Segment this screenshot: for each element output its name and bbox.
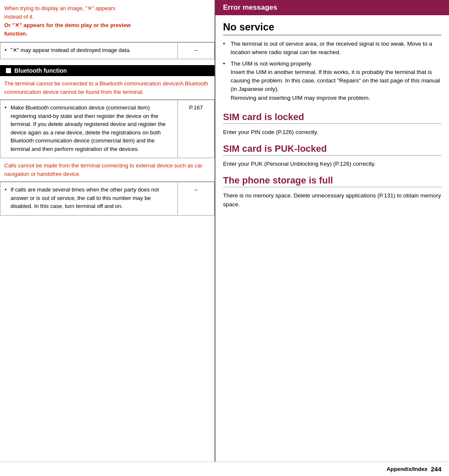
phone-storage-full-desc: There is no memory space. Delete unneces… bbox=[215, 190, 449, 213]
table-cell-ref: – bbox=[178, 42, 215, 59]
section-phone-storage-full: The phone storage is full There is no me… bbox=[215, 172, 449, 213]
table-row: "✕" may appear instead of destroyed imag… bbox=[0, 42, 215, 59]
no-service-bullet-1: The terminal is out of service area, or … bbox=[223, 40, 441, 57]
table-cell-item: Make Bluetooth communication device (com… bbox=[5, 104, 173, 153]
bluetooth-heading-label: Bluetooth function bbox=[14, 67, 67, 74]
top-table: "✕" may appear instead of destroyed imag… bbox=[0, 42, 215, 60]
table-row: If calls are made several times when the… bbox=[0, 182, 215, 216]
no-service-bullet-2: The UIM is not working properly.Insert t… bbox=[223, 60, 441, 102]
sim-puk-locked-title: SIM card is PUK-locked bbox=[215, 141, 449, 155]
no-service-title: No service bbox=[215, 19, 449, 35]
footer-page-number: 244 bbox=[431, 465, 441, 473]
no-service-bullets: The terminal is out of service area, or … bbox=[215, 38, 449, 109]
top-problem-line4: function. bbox=[4, 30, 27, 37]
top-problem-description: When trying to display an image, "✕" app… bbox=[0, 0, 215, 42]
section-sim-puk-locked: SIM card is PUK-locked Enter your PUK (P… bbox=[215, 141, 449, 172]
page-footer: Appendix/Index 244 bbox=[0, 462, 449, 476]
sim-puk-locked-desc: Enter your PUK (Personal Unblocking Key)… bbox=[215, 158, 449, 172]
table-cell-item: If calls are made several times when the… bbox=[5, 186, 173, 211]
sim-locked-title: SIM card is locked bbox=[215, 109, 449, 123]
error-messages-title: Error messages bbox=[223, 3, 278, 11]
top-problem-line2: instead of it. bbox=[4, 14, 34, 20]
table-cell-main: If calls are made several times when the… bbox=[0, 182, 178, 216]
top-problem-line3: Or "✕" appears for the demo play or the … bbox=[4, 22, 131, 28]
table-cell-main: "✕" may appear instead of destroyed imag… bbox=[0, 42, 178, 59]
footer-label: Appendix/Index bbox=[386, 466, 427, 472]
phone-storage-full-title: The phone storage is full bbox=[215, 172, 449, 187]
table-cell-item: "✕" may appear instead of destroyed imag… bbox=[5, 46, 173, 55]
table-cell-main: Make Bluetooth communication device (com… bbox=[0, 100, 178, 158]
top-problem-line1: When trying to display an image, "✕" app… bbox=[4, 5, 115, 11]
section-sim-locked: SIM card is locked Enter your PIN code (… bbox=[215, 109, 449, 141]
left-column: When trying to display an image, "✕" app… bbox=[0, 0, 215, 462]
bluetooth-table2: If calls are made several times when the… bbox=[0, 182, 215, 216]
bluetooth-heading: Bluetooth function bbox=[0, 65, 215, 76]
error-messages-header: Error messages bbox=[215, 0, 449, 15]
bluetooth-problem2: Calls cannot be made from the terminal c… bbox=[0, 158, 215, 182]
bluetooth-problem1: The terminal cannot be connected to a Bl… bbox=[0, 76, 215, 100]
right-column: Error messages No service The terminal i… bbox=[215, 0, 449, 462]
bluetooth-square-icon bbox=[6, 68, 11, 73]
sim-locked-desc: Enter your PIN code (P.126) correctly. bbox=[215, 126, 449, 141]
bluetooth-table1: Make Bluetooth communication device (com… bbox=[0, 100, 215, 158]
table-cell-ref: – bbox=[178, 182, 215, 216]
section-no-service: No service The terminal is out of servic… bbox=[215, 19, 449, 109]
table-row: Make Bluetooth communication device (com… bbox=[0, 100, 215, 158]
table-cell-ref: P.167 bbox=[178, 100, 215, 158]
